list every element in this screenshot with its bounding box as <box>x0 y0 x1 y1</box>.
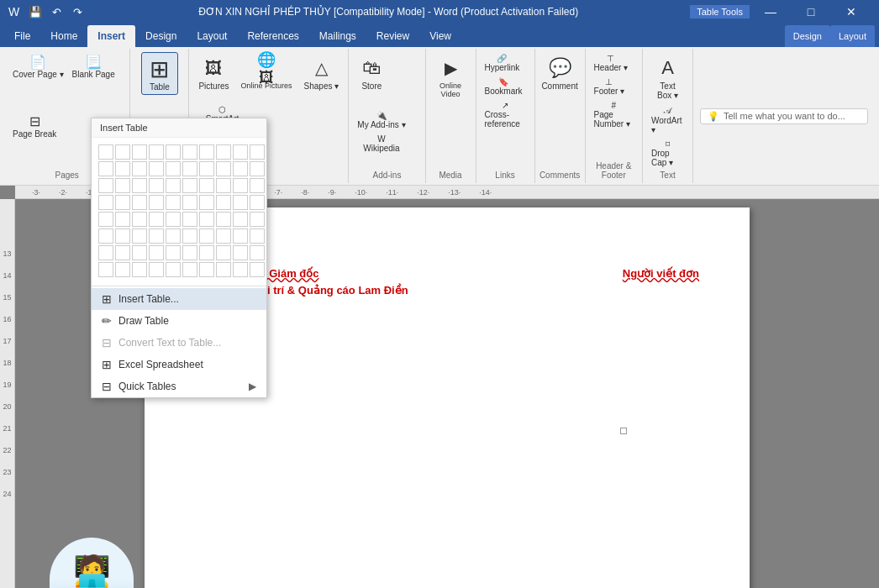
grid-cell[interactable] <box>250 212 265 227</box>
grid-cell[interactable] <box>98 144 113 160</box>
grid-cell[interactable] <box>149 161 164 176</box>
grid-cell[interactable] <box>149 144 164 160</box>
grid-cell[interactable] <box>216 178 231 193</box>
grid-cell[interactable] <box>216 228 231 244</box>
grid-cell[interactable] <box>182 195 197 210</box>
grid-cell[interactable] <box>166 195 181 210</box>
grid-cell[interactable] <box>98 228 113 244</box>
tell-me-input[interactable]: 💡 Tell me what you want to do... <box>700 108 868 124</box>
close-button[interactable]: ✕ <box>832 0 871 24</box>
grid-cell[interactable] <box>115 228 130 244</box>
grid-cell[interactable] <box>199 262 214 277</box>
maximize-button[interactable]: □ <box>792 0 830 24</box>
grid-cell[interactable] <box>199 178 214 193</box>
grid-cell[interactable] <box>216 245 231 260</box>
tab-review[interactable]: Review <box>366 25 419 47</box>
grid-cell[interactable] <box>132 161 147 176</box>
grid-cell[interactable] <box>98 212 113 227</box>
grid-cell[interactable] <box>216 161 231 176</box>
tab-mailings[interactable]: Mailings <box>309 25 366 47</box>
grid-cell[interactable] <box>98 245 113 260</box>
excel-spreadsheet-item[interactable]: ⊞ Excel Spreadsheet <box>92 354 266 375</box>
grid-cell[interactable] <box>182 178 197 193</box>
footer-button[interactable]: ⊥ Footer ▾ <box>591 76 629 97</box>
grid-cell[interactable] <box>216 144 231 160</box>
insert-table-item[interactable]: ⊞ Insert Table... <box>92 288 266 310</box>
grid-cell[interactable] <box>250 161 265 176</box>
tab-table-tools-design[interactable]: Design <box>785 25 830 47</box>
cross-reference-button[interactable]: ↗ Cross-reference <box>482 99 529 130</box>
grid-cell[interactable] <box>115 262 130 277</box>
grid-cell[interactable] <box>115 195 130 210</box>
store-button[interactable]: 🛍 Store <box>354 52 389 93</box>
table-button[interactable]: ⊞ Table <box>141 52 178 95</box>
grid-cell[interactable] <box>132 228 147 244</box>
grid-cell[interactable] <box>115 178 130 193</box>
grid-cell[interactable] <box>132 144 147 160</box>
grid-cell[interactable] <box>132 212 147 227</box>
tab-layout[interactable]: Layout <box>187 25 237 47</box>
grid-cell[interactable] <box>98 262 113 277</box>
my-addins-button[interactable]: 🔌 My Add-ins ▾ <box>354 109 408 131</box>
wikipedia-button[interactable]: W Wikipedia <box>354 133 408 155</box>
tab-file[interactable]: File <box>4 25 40 47</box>
grid-cell[interactable] <box>132 262 147 277</box>
grid-cell[interactable] <box>233 212 248 227</box>
grid-cell[interactable] <box>250 245 265 260</box>
online-video-button[interactable]: ▶ Online Video <box>431 52 471 101</box>
grid-cell[interactable] <box>115 144 130 160</box>
grid-cell[interactable] <box>233 161 248 176</box>
grid-cell[interactable] <box>115 245 130 260</box>
grid-cell[interactable] <box>149 212 164 227</box>
grid-cell[interactable] <box>250 262 265 277</box>
draw-table-item[interactable]: ✏ Draw Table <box>92 310 266 332</box>
grid-cell[interactable] <box>199 195 214 210</box>
page-break-button[interactable]: ⊟ Page Break <box>9 112 60 140</box>
tab-design[interactable]: Design <box>135 25 187 47</box>
tab-table-tools-layout[interactable]: Layout <box>830 25 875 47</box>
grid-cell[interactable] <box>149 195 164 210</box>
shapes-button[interactable]: △ Shapes ▾ <box>300 52 344 93</box>
grid-cell[interactable] <box>233 195 248 210</box>
save-button[interactable]: 💾 <box>26 3 45 21</box>
page-number-button[interactable]: # Page Number ▾ <box>591 99 637 130</box>
grid-cell[interactable] <box>166 245 181 260</box>
grid-cell[interactable] <box>166 212 181 227</box>
bookmark-button[interactable]: 🔖 Bookmark <box>482 76 526 97</box>
minimize-button[interactable]: — <box>751 0 790 24</box>
grid-cell[interactable] <box>233 228 248 244</box>
tab-view[interactable]: View <box>419 25 461 47</box>
grid-cell[interactable] <box>166 161 181 176</box>
grid-cell[interactable] <box>182 228 197 244</box>
text-box-button[interactable]: A Text Box ▾ <box>648 52 687 102</box>
undo-button[interactable]: ↶ <box>47 3 66 21</box>
grid-cell[interactable] <box>182 245 197 260</box>
hyperlink-button[interactable]: 🔗 Hyperlink <box>482 52 524 74</box>
pictures-button[interactable]: 🖼 Pictures <box>194 52 233 93</box>
header-button[interactable]: ⊤ Header ▾ <box>591 52 632 74</box>
grid-cell[interactable] <box>182 161 197 176</box>
grid-cell[interactable] <box>98 161 113 176</box>
grid-cell[interactable] <box>166 178 181 193</box>
tab-insert[interactable]: Insert <box>87 25 135 47</box>
grid-cell[interactable] <box>149 245 164 260</box>
grid-cell[interactable] <box>250 228 265 244</box>
wordart-button[interactable]: 𝒜 WordArt ▾ <box>648 104 687 136</box>
grid-cell[interactable] <box>233 144 248 160</box>
grid-cell[interactable] <box>233 178 248 193</box>
grid-cell[interactable] <box>216 262 231 277</box>
drop-cap-button[interactable]: ⌑ Drop Cap ▾ <box>648 138 687 169</box>
grid-cell[interactable] <box>250 178 265 193</box>
grid-cell[interactable] <box>216 212 231 227</box>
online-pictures-button[interactable]: 🌐🖼 Online Pictures <box>237 52 297 92</box>
comment-button[interactable]: 💬 Comment <box>537 52 582 93</box>
grid-cell[interactable] <box>132 195 147 210</box>
grid-cell[interactable] <box>250 144 265 160</box>
grid-cell[interactable] <box>149 228 164 244</box>
grid-cell[interactable] <box>132 245 147 260</box>
grid-cell[interactable] <box>199 161 214 176</box>
tab-home[interactable]: Home <box>40 25 87 47</box>
grid-cell[interactable] <box>182 144 197 160</box>
grid-cell[interactable] <box>149 178 164 193</box>
grid-cell[interactable] <box>199 228 214 244</box>
